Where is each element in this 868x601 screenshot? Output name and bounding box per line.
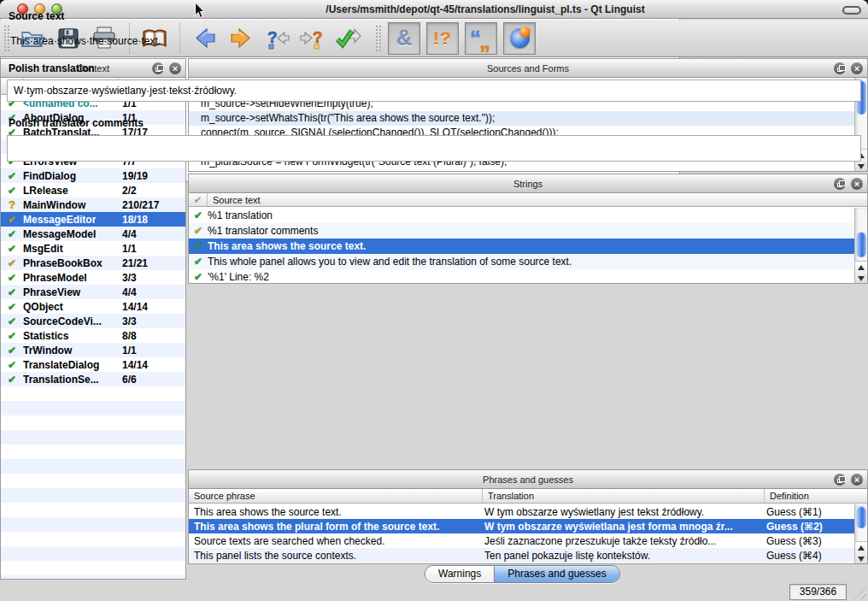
accelerators-toggle-button[interactable]: &	[388, 22, 420, 55]
toolbar-drag-handle[interactable]	[375, 25, 381, 52]
float-panel-button[interactable]	[834, 178, 846, 190]
status-done-icon	[1, 185, 23, 197]
done-and-next-button[interactable]	[332, 22, 365, 55]
float-panel-button[interactable]	[834, 62, 846, 74]
source-text-label: Source text	[9, 10, 64, 22]
translation-count-status: 359/366	[789, 584, 847, 600]
prev-unfinished-icon: ?	[262, 25, 291, 52]
context-row[interactable]: TrWindow1/1	[1, 343, 185, 357]
float-panel-button[interactable]	[834, 474, 846, 486]
phrase-row[interactable]: This panel lists the source contexts.Ten…	[189, 548, 854, 563]
status-done-icon	[1, 286, 23, 298]
context-row[interactable]: SourceCodeVi...3/3	[1, 314, 185, 328]
close-panel-button[interactable]	[851, 178, 863, 190]
context-row[interactable]: MessageModel4/4	[1, 227, 185, 241]
context-row[interactable]: MsgEdit1/1	[1, 241, 185, 256]
context-row[interactable]: Statistics8/8	[1, 328, 185, 343]
string-row[interactable]: '%1' Line: %2	[189, 269, 854, 283]
context-row[interactable]: LRelease2/2	[1, 183, 185, 197]
forward-arrow-icon	[227, 25, 255, 52]
polish-translation-label: Polish translation	[9, 62, 95, 74]
string-row[interactable]: This whole panel allows you to view and …	[189, 254, 854, 269]
context-row[interactable]: PhraseView4/4	[1, 285, 185, 299]
status-done-icon	[1, 301, 23, 313]
context-row[interactable]: FindDialog19/19	[1, 168, 185, 183]
phrases-panel-header[interactable]: Phrases and guesses	[189, 470, 867, 489]
window-resize-grip[interactable]	[854, 587, 866, 599]
vertical-scrollbar[interactable]	[854, 504, 867, 563]
ending-punctuation-toggle-button[interactable]: !?	[426, 22, 459, 55]
close-panel-button[interactable]	[169, 62, 181, 74]
phrases-panel: Phrases and guesses Source phrase Transl…	[188, 469, 868, 564]
source-text-column-header[interactable]: Source text	[208, 193, 867, 206]
status-done-icon	[1, 359, 23, 371]
scrollbar-thumb[interactable]	[856, 506, 866, 528]
polish-translation-input[interactable]	[7, 80, 861, 102]
status-done-icon	[189, 256, 208, 268]
phrases-table-header: Source phrase Translation Definition	[189, 489, 867, 504]
next-unfinished-icon: ?	[298, 25, 327, 52]
tab-phrases-and-guesses[interactable]: Phrases and guesses	[495, 566, 619, 582]
vertical-scrollbar[interactable]	[854, 208, 867, 283]
back-button[interactable]	[189, 22, 221, 55]
status-done-icon	[189, 209, 208, 221]
status-done-icon	[189, 271, 208, 283]
svg-text:?: ?	[267, 28, 278, 46]
mouse-cursor-icon	[194, 2, 205, 19]
context-row[interactable]: MainWindow210/217	[1, 197, 185, 212]
definition-column-header[interactable]: Definition	[765, 489, 867, 503]
status-done-icon	[1, 374, 23, 386]
string-row[interactable]: %1 translation	[189, 208, 854, 223]
tab-warnings[interactable]: Warnings	[425, 566, 495, 582]
string-row[interactable]: %1 translator comments	[189, 223, 854, 239]
context-row[interactable]: TranslationSe...6/6	[1, 372, 185, 386]
source-phrase-column-header[interactable]: Source phrase	[189, 489, 483, 503]
scroll-down-button[interactable]	[855, 553, 867, 564]
context-row[interactable]: PhraseModel3/3	[1, 270, 185, 285]
status-done-warning-icon	[189, 225, 208, 237]
toolbar-drag-handle[interactable]	[3, 25, 9, 52]
polish-translator-comments-input[interactable]	[7, 135, 861, 162]
status-done-icon	[1, 272, 23, 284]
forward-button[interactable]	[225, 22, 257, 55]
context-row[interactable]: QObject14/14	[1, 299, 185, 314]
context-row[interactable]: PhraseBookBox21/21	[1, 256, 185, 270]
toolbar-separator	[179, 23, 180, 54]
string-row-selected[interactable]: This area shows the source text.	[189, 239, 854, 254]
phrase-row[interactable]: Source texts are searched when checked.J…	[189, 533, 854, 548]
phrase-row-selected[interactable]: This area shows the plural form of the s…	[189, 519, 854, 533]
place-markers-toggle-button[interactable]	[503, 22, 536, 55]
phrase-matches-toggle-button[interactable]: “„	[465, 22, 497, 55]
context-row-selected[interactable]: MessageEditor18/18	[1, 212, 185, 227]
panel-title: Strings	[189, 179, 867, 189]
sources-panel-header[interactable]: Sources and Forms	[189, 59, 867, 78]
done-column-header-icon[interactable]	[189, 193, 208, 206]
punctuation-icon: !?	[433, 28, 452, 49]
status-done-icon	[1, 345, 23, 356]
close-panel-button[interactable]	[851, 62, 863, 74]
context-row[interactable]: TranslateDialog14/14	[1, 357, 185, 372]
scrollbar-thumb[interactable]	[856, 232, 866, 257]
next-unfinished-button[interactable]: ?	[296, 22, 329, 55]
polish-translator-comments-label: Polish translator comments	[9, 117, 144, 129]
scroll-down-button[interactable]	[855, 273, 867, 284]
strings-panel-header[interactable]: Strings	[189, 174, 867, 193]
status-unfinished-icon	[1, 198, 23, 211]
scroll-up-button[interactable]	[855, 542, 867, 553]
strings-list: %1 translation %1 translator comments Th…	[189, 208, 854, 283]
close-panel-button[interactable]	[851, 474, 863, 486]
float-panel-button[interactable]	[152, 62, 164, 74]
prev-unfinished-button[interactable]: ?	[261, 22, 293, 55]
code-line-highlighted: m_source->setWhatsThis(tr("This area sho…	[189, 111, 854, 126]
phrases-list: This area shows the source text.W tym ob…	[189, 504, 854, 563]
status-done-warning-icon	[1, 257, 23, 269]
phrase-row[interactable]: This area shows the source text.W tym ob…	[189, 504, 854, 519]
title-bar: /Users/msmith/depot/qt-45/translations/l…	[0, 0, 868, 19]
scroll-down-button[interactable]	[855, 161, 867, 172]
done-and-next-icon	[334, 25, 363, 52]
translation-column-header[interactable]: Translation	[483, 489, 765, 503]
back-arrow-icon	[191, 25, 219, 52]
status-done-icon	[1, 170, 23, 182]
toolbar-toggle-button[interactable]	[842, 6, 861, 15]
scroll-up-button[interactable]	[855, 262, 867, 273]
